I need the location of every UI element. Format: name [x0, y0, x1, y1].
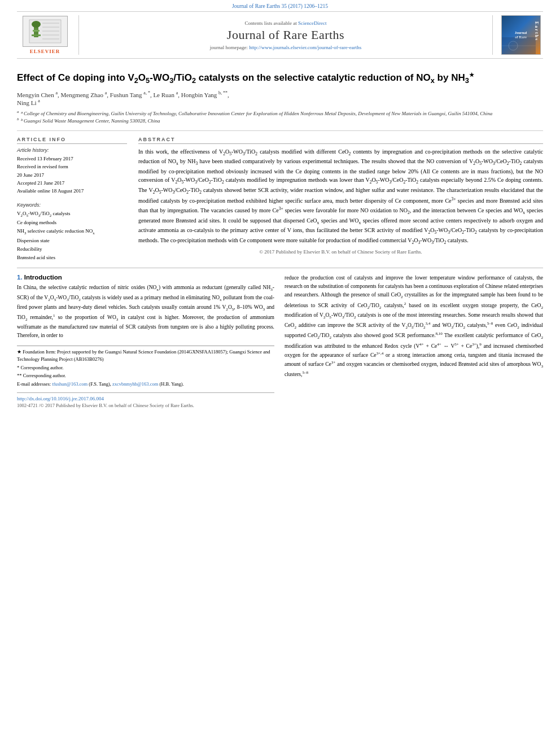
date-revised: 20 June 2017 — [17, 171, 127, 179]
keywords-label: Keywords: — [17, 202, 127, 208]
keyword-5: Reducibility — [17, 245, 127, 254]
footnote-foundation: ★ Foundation Item: Project supported by … — [17, 348, 274, 363]
article-title-section: Effect of Ce doping into V2O5-WO3/TiO2 c… — [17, 71, 543, 131]
svg-rect-4 — [32, 34, 41, 36]
section-number: 1. — [17, 274, 23, 281]
keyword-6: Brønsted acid sites — [17, 254, 127, 262]
footnote-corresponding-2: ** Corresponding author. — [17, 372, 274, 379]
author-5: Hongbin Yang b, ** — [181, 91, 228, 98]
section-1-title: 1. Introduction — [17, 274, 274, 281]
journal-title-banner: Journal of Rare Earths — [227, 28, 344, 42]
authors-line: Mengyin Chen a, Mengmeng Zhao a, Fushun … — [17, 90, 543, 106]
email-label: E-mail addresses: — [17, 381, 51, 387]
footnotes: ★ Foundation Item: Project supported by … — [17, 346, 274, 388]
introduction-right: reduce the production cost of catalysts … — [285, 274, 543, 408]
email-1-name: (F.S. Tang), — [89, 381, 111, 387]
date-received: Received 13 February 2017 — [17, 155, 127, 163]
doi-link[interactable]: http://dx.doi.org/10.1016/j.jre.2017.06.… — [17, 396, 104, 401]
author-4: Le Ruan a — [153, 91, 178, 98]
section-divider — [17, 268, 543, 268]
keywords-list: V2O5-WO3/TiO2 catalysts Ce doping method… — [17, 209, 127, 263]
elsevier-branding: ELSEVIER — [17, 15, 79, 55]
email-2-name: (H.B. Yang). — [159, 381, 183, 387]
top-ref-bar: Journal of Rare Earths 35 (2017) 1206–12… — [0, 0, 560, 11]
email-2-link[interactable]: zxcvbnmyhb@163.com — [112, 381, 158, 387]
issn-line: 1002-4721 /© 2017 Published by Elsevier … — [17, 403, 274, 408]
article-title: Effect of Ce doping into V2O5-WO3/TiO2 c… — [17, 71, 543, 86]
sciencedirect-link[interactable]: ScienceDirect — [298, 20, 326, 26]
svg-point-2 — [32, 21, 41, 28]
cover-image: Journalof Rare Earths — [501, 15, 541, 55]
affiliation-b: b ᵇ Guangxi Solid Waste Management Cente… — [17, 117, 543, 125]
elsevier-logo: ELSEVIER — [23, 16, 68, 54]
keyword-4: Dispersion state — [17, 237, 127, 245]
journal-ref-text: Journal of Rare Earths 35 (2017) 1206–12… — [232, 3, 328, 9]
footnote-corresponding-1: * Corresponding author. — [17, 364, 274, 372]
introduction-left: 1. Introduction In China, the selective … — [17, 274, 274, 408]
doi-line: http://dx.doi.org/10.1016/j.jre.2017.06.… — [17, 396, 274, 401]
email-1-link[interactable]: tfushun@163.com — [52, 381, 88, 387]
author-3: Fushun Tang a, * — [110, 91, 150, 98]
svg-rect-3 — [33, 30, 40, 32]
copyright-line: © 2017 Published by Elsevier B.V. on beh… — [138, 249, 543, 255]
journal-homepage-line: journal homepage: http://www.journals.el… — [210, 45, 362, 50]
date-accepted: Accepted 21 June 2017 — [17, 179, 127, 187]
elsevier-name: ELSEVIER — [30, 49, 60, 54]
date-online: Available online 18 August 2017 — [17, 187, 127, 195]
date-revised-label: Received in revised form — [17, 163, 127, 171]
affiliations: a ᵃ College of Chemistry and Bioengineer… — [17, 110, 543, 125]
author-1: Mengyin Chen a — [17, 91, 58, 98]
author-2: Mengmeng Zhao a — [61, 91, 107, 98]
keywords-block: Keywords: V2O5-WO3/TiO2 catalysts Ce dop… — [17, 202, 127, 263]
journal-url[interactable]: http://www.journals.elsevier.com/journal… — [249, 45, 361, 50]
main-content: Effect of Ce doping into V2O5-WO3/TiO2 c… — [0, 59, 560, 414]
intro-left-text: In China, the selective catalytic reduct… — [17, 283, 274, 340]
article-info-label: ARTICLE INFO — [17, 137, 127, 144]
footnote-emails: E-mail addresses: tfushun@163.com (F.S. … — [17, 381, 274, 388]
page: Journal of Rare Earths 35 (2017) 1206–12… — [0, 0, 560, 747]
article-dates: Received 13 February 2017 Received in re… — [17, 155, 127, 195]
abstract-text: In this work, the effectiveness of V2O5-… — [138, 147, 543, 246]
abstract-column: ABSTRACT In this work, the effectiveness… — [138, 137, 543, 263]
info-abstract-columns: ARTICLE INFO Article history: Received 1… — [17, 137, 543, 263]
affiliation-a: a ᵃ College of Chemistry and Bioengineer… — [17, 110, 543, 117]
author-6: Ning Li a — [17, 99, 40, 106]
intro-right-text: reduce the production cost of catalysts … — [285, 274, 543, 379]
article-info-column: ARTICLE INFO Article history: Received 1… — [17, 137, 127, 263]
elsevier-logo-image — [23, 16, 68, 47]
bottom-bar: http://dx.doi.org/10.1016/j.jre.2017.06.… — [17, 392, 274, 408]
journal-header: ELSEVIER Contents lists available at Sci… — [17, 11, 543, 59]
abstract-label: ABSTRACT — [138, 137, 543, 144]
keyword-3: NH3 selective catalytic reduction NOx — [17, 227, 127, 236]
history-label: Article history: — [17, 147, 127, 153]
article-history-block: Article history: Received 13 February 20… — [17, 147, 127, 195]
keyword-1: V2O5-WO3/TiO2 catalysts — [17, 209, 127, 219]
sciencedirect-line: Contents lists available at ScienceDirec… — [245, 20, 327, 26]
journal-cover: Journalof Rare Earths — [492, 15, 543, 55]
keyword-2: Ce doping methods — [17, 219, 127, 227]
introduction-section: 1. Introduction In China, the selective … — [17, 274, 543, 408]
journal-banner-center: Contents lists available at ScienceDirec… — [79, 15, 492, 55]
